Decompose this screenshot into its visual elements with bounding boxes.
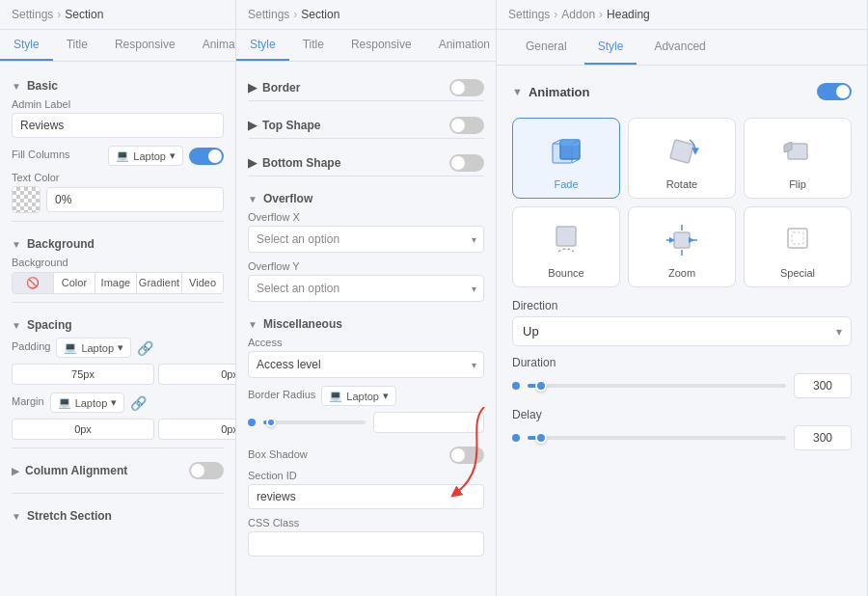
access-select-wrapper: Access level ▾ <box>248 351 484 378</box>
tab-responsive-2[interactable]: Responsive <box>338 30 425 61</box>
bounce-icon <box>545 219 587 261</box>
bottom-shape-header[interactable]: ▶ Bottom Shape <box>248 156 340 170</box>
bg-video-btn[interactable]: Video <box>182 273 223 293</box>
margin-device[interactable]: 💻 Laptop ▾ <box>50 393 125 413</box>
overflow-header[interactable]: ▼ Overflow <box>248 184 484 211</box>
breadcrumb-addon[interactable]: Addon <box>561 8 595 21</box>
spacing-label: Spacing <box>27 318 72 332</box>
spacing-section-header[interactable]: ▼ Spacing <box>12 311 224 338</box>
delay-input[interactable] <box>794 425 852 450</box>
svg-rect-7 <box>670 140 693 163</box>
bottom-shape-toggle[interactable] <box>449 154 484 172</box>
bg-none-btn[interactable]: 🚫 <box>13 273 54 293</box>
anim-card-bounce[interactable]: Bounce <box>512 206 620 287</box>
section-id-input[interactable] <box>248 484 484 509</box>
tab-style-3[interactable]: Style <box>584 30 637 65</box>
border-radius-device[interactable]: 💻 Laptop ▾ <box>321 386 396 406</box>
special-label: Special <box>780 267 815 279</box>
anim-card-zoom[interactable]: Zoom <box>628 206 736 287</box>
text-color-input[interactable] <box>46 187 224 212</box>
delay-slider[interactable] <box>528 436 786 440</box>
duration-input[interactable] <box>794 373 852 398</box>
breadcrumb-2: Settings › Section <box>236 0 496 30</box>
panel-3-scroll[interactable]: ▼ Animation Fade <box>497 66 867 596</box>
margin-row: Margin 💻 Laptop ▾ 🔗 <box>12 393 224 440</box>
direction-select[interactable]: Up Down Left Right <box>512 316 852 346</box>
direction-select-row: Up Down Left Right ▾ <box>512 316 852 346</box>
stretch-section-header[interactable]: ▼ Stretch Section <box>12 501 224 528</box>
overflow-arrow-icon: ▼ <box>248 194 258 204</box>
tab-animation-1[interactable]: Animation <box>189 30 236 61</box>
tab-title-1[interactable]: Title <box>53 30 101 61</box>
admin-label-input[interactable] <box>12 113 224 138</box>
margin-lock-icon[interactable]: 🔗 <box>130 395 147 411</box>
tab-style-2[interactable]: Style <box>236 30 289 61</box>
tabs-3: General Style Advanced <box>497 30 867 66</box>
basic-section-header[interactable]: ▼ Basic <box>12 71 224 98</box>
access-label: Access <box>248 337 484 348</box>
box-shadow-toggle[interactable] <box>449 447 484 464</box>
panel-2-scroll[interactable]: ▶ Border ▶ Top Shape ▶ Bottom Shape ▼ <box>236 62 496 596</box>
box-shadow-row: Box Shadow <box>248 441 484 470</box>
breadcrumb-settings-3[interactable]: Settings <box>508 8 550 21</box>
duration-row: Duration <box>512 356 852 398</box>
overflow-y-select[interactable]: Select an option <box>248 275 484 302</box>
laptop-icon: 💻 <box>116 149 129 162</box>
text-color-swatch[interactable] <box>12 186 41 213</box>
margin-laptop-icon: 💻 <box>58 396 71 409</box>
bg-image-btn[interactable]: Image <box>95 273 137 293</box>
duration-slider[interactable] <box>528 384 786 388</box>
tab-animation-2[interactable]: Animation <box>425 30 497 61</box>
tab-title-2[interactable]: Title <box>289 30 338 61</box>
breadcrumb-1: Settings › Section <box>0 0 235 30</box>
padding-device[interactable]: 💻 Laptop ▾ <box>56 338 131 358</box>
margin-right-input[interactable] <box>158 419 235 440</box>
anim-card-fade[interactable]: Fade <box>512 118 620 199</box>
tab-style-1[interactable]: Style <box>0 30 53 61</box>
anim-card-rotate[interactable]: Rotate <box>628 118 736 199</box>
tab-advanced-3[interactable]: Advanced <box>640 30 719 65</box>
bg-type-buttons: 🚫 Color Image Gradient Video <box>12 272 224 294</box>
bg-color-btn[interactable]: Color <box>54 273 95 293</box>
fill-columns-row: Fill Columns 💻 Laptop ▾ <box>12 146 224 166</box>
animation-master-toggle[interactable] <box>817 83 852 100</box>
br-laptop-icon: 💻 <box>329 390 342 402</box>
border-toggle[interactable] <box>449 79 484 96</box>
padding-top-input[interactable] <box>12 364 154 385</box>
fill-columns-toggle[interactable] <box>189 148 224 165</box>
overflow-y-select-wrapper: Select an option ▾ <box>248 275 484 302</box>
padding-laptop-icon: 💻 <box>64 341 77 354</box>
panel-1-scroll[interactable]: ▼ Basic Admin Label Fill Columns 💻 Lapto… <box>0 62 235 596</box>
padding-lock-icon[interactable]: 🔗 <box>137 340 153 356</box>
misc-header[interactable]: ▼ Miscellaneous <box>248 310 484 337</box>
column-alignment-header[interactable]: ▶ Column Alignment <box>12 464 127 477</box>
breadcrumb-settings[interactable]: Settings <box>12 8 53 21</box>
bg-gradient-btn[interactable]: Gradient <box>137 273 182 293</box>
border-radius-row: Border Radius 💻 Laptop ▾ <box>248 386 484 433</box>
margin-top-input[interactable] <box>12 419 154 440</box>
overflow-y-row: Overflow Y Select an option ▾ <box>248 260 484 302</box>
fill-columns-device[interactable]: 💻 Laptop ▾ <box>108 146 183 166</box>
border-radius-slider[interactable] <box>263 420 366 424</box>
basic-label: Basic <box>27 79 58 93</box>
border-radius-input[interactable] <box>373 412 485 433</box>
padding-right-input[interactable] <box>158 364 235 385</box>
anim-card-special[interactable]: Special <box>744 206 852 287</box>
top-shape-header[interactable]: ▶ Top Shape <box>248 119 320 132</box>
access-select[interactable]: Access level <box>248 351 484 378</box>
bottom-shape-label: Bottom Shape <box>262 156 340 170</box>
margin-inputs <box>12 419 224 440</box>
border-header[interactable]: ▶ Border <box>248 81 300 95</box>
bottom-shape-arrow-icon: ▶ <box>248 156 257 170</box>
animation-cards-grid: Fade Rotate <box>512 118 852 287</box>
column-alignment-toggle[interactable] <box>189 462 224 479</box>
background-section-header[interactable]: ▼ Background <box>12 230 224 257</box>
border-radius-slider-row <box>248 412 484 433</box>
tab-general-3[interactable]: General <box>512 30 581 65</box>
breadcrumb-settings-2[interactable]: Settings <box>248 8 289 21</box>
css-class-input[interactable] <box>248 531 484 556</box>
overflow-x-select[interactable]: Select an option <box>248 226 484 253</box>
anim-card-flip[interactable]: Flip <box>744 118 852 199</box>
top-shape-toggle[interactable] <box>449 117 484 134</box>
tab-responsive-1[interactable]: Responsive <box>101 30 189 61</box>
